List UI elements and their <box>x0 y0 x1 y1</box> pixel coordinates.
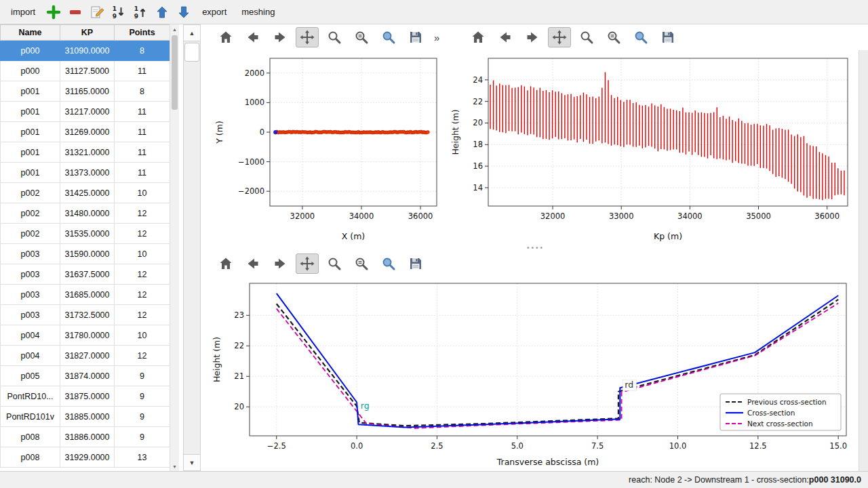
mpl-home-button[interactable] <box>467 27 490 47</box>
table-row[interactable]: p00131373.000011 <box>1 163 170 183</box>
menu-import[interactable]: import <box>4 3 42 21</box>
edit-cross-section-icon <box>90 5 104 20</box>
panel-scroll-down-button[interactable]: ▼ <box>184 454 200 470</box>
back-icon <box>497 29 513 45</box>
mpl-pan-button[interactable] <box>548 27 571 47</box>
table-row[interactable]: p00131217.000011 <box>1 102 170 122</box>
mpl-subplots-button[interactable] <box>350 253 373 274</box>
svg-text:1: 1 <box>113 5 117 12</box>
cell-points: 9 <box>115 427 170 447</box>
panel-scrollbar[interactable]: ▲ ▼ <box>183 24 201 471</box>
table-scrollbar-thumb[interactable] <box>172 35 178 110</box>
edit-cross-section-button[interactable] <box>87 3 107 22</box>
cell-kp: 31886.0000 <box>60 427 115 447</box>
svg-text:7.5: 7.5 <box>591 441 604 451</box>
cell-points: 10 <box>115 325 170 346</box>
table-row[interactable]: p00331732.500012 <box>1 305 170 325</box>
mpl-zoom-button[interactable] <box>575 27 598 47</box>
menu-export[interactable]: export <box>195 3 233 21</box>
table-row[interactable]: p00831886.00009 <box>1 427 170 447</box>
svg-text:9: 9 <box>134 13 138 20</box>
sort-descending-icon: 19 <box>133 5 148 20</box>
svg-text:Height (m): Height (m) <box>450 109 460 155</box>
svg-text:32000: 32000 <box>540 211 566 221</box>
table-row[interactable]: PontRD101v31885.00009 <box>1 407 170 427</box>
panel-scrollbar-thumb[interactable] <box>184 43 199 62</box>
table-row[interactable]: p00331637.500012 <box>1 264 170 285</box>
mpl-save-button[interactable] <box>404 27 427 47</box>
mpl-home-button[interactable] <box>214 253 237 274</box>
table-row[interactable]: p00431827.000012 <box>1 346 170 366</box>
mpl-subplots-button[interactable] <box>602 27 625 47</box>
table-row[interactable]: p00231535.000012 <box>1 224 170 244</box>
mpl-back-button[interactable] <box>241 253 264 274</box>
menu-meshing[interactable]: meshing <box>235 3 281 21</box>
move-down-button[interactable] <box>174 3 194 22</box>
cell-name: PontRD10... <box>1 386 60 407</box>
table-row[interactable]: p00131321.000011 <box>1 142 170 163</box>
mpl-forward-button[interactable] <box>269 253 292 274</box>
move-up-button[interactable] <box>152 3 172 22</box>
svg-text:9: 9 <box>113 13 117 20</box>
mpl-save-button[interactable] <box>656 27 679 47</box>
cell-points: 8 <box>115 81 170 102</box>
table-row[interactable]: p00031127.500011 <box>1 61 170 81</box>
mpl-customize-button[interactable] <box>377 27 400 47</box>
mpl-pan-button[interactable] <box>296 253 319 274</box>
remove-cross-section-button[interactable] <box>65 3 85 22</box>
toolbar-overflow-chevron[interactable]: » <box>431 32 439 43</box>
add-cross-section-button[interactable] <box>43 3 64 22</box>
table-row[interactable]: p00131269.000011 <box>1 122 170 142</box>
table-row[interactable]: p00131165.00008 <box>1 81 170 102</box>
svg-text:2.5: 2.5 <box>431 441 443 451</box>
subplots-icon <box>353 29 370 45</box>
table-row[interactable]: p00531874.00009 <box>1 366 170 386</box>
svg-text:Y (m): Y (m) <box>214 121 224 144</box>
column-header-kp[interactable]: KP <box>60 25 115 41</box>
table-row[interactable]: PontRD10...31875.00009 <box>1 386 170 407</box>
mpl-subplots-button[interactable] <box>350 27 373 47</box>
mpl-back-button[interactable] <box>241 27 264 47</box>
cell-kp: 31535.0000 <box>60 224 115 244</box>
cross-section-chart[interactable]: −2.50.02.55.07.510.012.515.020212223Tran… <box>203 277 857 471</box>
table-scrollbar[interactable]: ▲ ▼ <box>170 24 179 471</box>
table-row[interactable]: p00231425.000010 <box>1 183 170 203</box>
horizontal-splitter[interactable]: •••• <box>203 245 868 251</box>
svg-text:22: 22 <box>473 97 483 106</box>
longitudinal-profile-chart[interactable]: 3200033000340003500036000141618202224Kp … <box>446 50 857 245</box>
table-row[interactable]: p00231480.000012 <box>1 203 170 224</box>
xy-plan-chart[interactable]: 320003400036000−2000−1000010002000X (m)Y… <box>203 50 446 245</box>
mpl-back-button[interactable] <box>494 27 517 47</box>
svg-text:Height (m): Height (m) <box>212 337 222 382</box>
mpl-home-button[interactable] <box>214 27 237 47</box>
mpl-pan-button[interactable] <box>296 27 319 47</box>
mpl-customize-button[interactable] <box>377 253 400 274</box>
mpl-save-button[interactable] <box>404 253 427 274</box>
table-row[interactable]: p00331685.000012 <box>1 285 170 305</box>
svg-text:24: 24 <box>473 75 483 85</box>
cell-kp: 31090.0000 <box>60 41 115 61</box>
table-row[interactable]: p00831929.000013 <box>1 447 170 468</box>
sort-ascending-button[interactable]: 19 <box>108 3 129 22</box>
column-header-name[interactable]: Name <box>1 25 60 41</box>
mpl-zoom-button[interactable] <box>323 27 346 47</box>
scroll-down-icon[interactable]: ▼ <box>170 462 180 471</box>
sort-descending-button[interactable]: 19 <box>130 3 151 22</box>
table-row[interactable]: p00031090.00008 <box>1 41 170 61</box>
subplots-icon <box>353 256 370 272</box>
mpl-customize-button[interactable] <box>629 27 652 47</box>
cell-kp: 31780.0000 <box>60 325 115 346</box>
column-header-points[interactable]: Points <box>115 25 170 41</box>
scroll-up-icon[interactable]: ▲ <box>170 24 180 34</box>
mpl-zoom-button[interactable] <box>323 253 346 274</box>
svg-text:2000: 2000 <box>245 68 264 78</box>
mpl-forward-button[interactable] <box>521 27 544 47</box>
table-row[interactable]: p00431780.000010 <box>1 325 170 346</box>
pan-icon <box>299 256 315 272</box>
cell-points: 11 <box>115 61 170 81</box>
table-row[interactable]: p00331590.000010 <box>1 244 170 264</box>
panel-scroll-up-button[interactable]: ▲ <box>184 25 200 41</box>
pan-icon <box>551 29 568 45</box>
mpl-forward-button[interactable] <box>269 27 292 47</box>
svg-text:Next cross-section: Next cross-section <box>747 420 813 428</box>
